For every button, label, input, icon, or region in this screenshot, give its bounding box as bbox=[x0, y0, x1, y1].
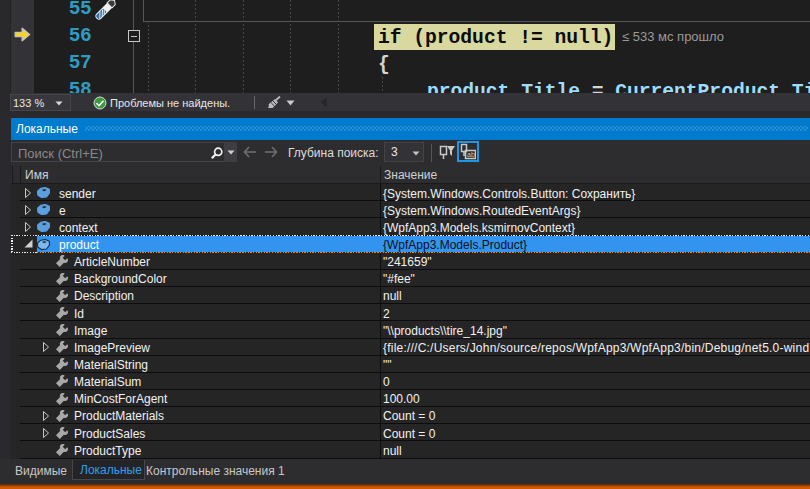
svg-text:ab: ab bbox=[467, 151, 475, 158]
